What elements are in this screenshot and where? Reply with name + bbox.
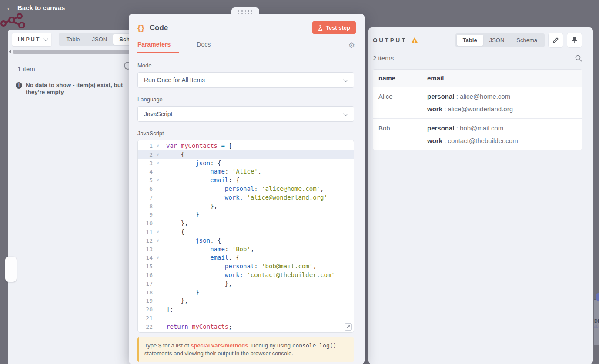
line-number: 21 [138,314,153,323]
pin-data-button[interactable] [567,33,582,48]
back-to-canvas-button[interactable]: ← Back to canvas [6,4,65,11]
mode-value: Run Once for All Items [144,77,205,83]
tab-json[interactable]: JSON [483,35,511,46]
tab-table[interactable]: Table [457,35,483,46]
code-text: }, [163,280,232,288]
tab-schema[interactable]: Schema [510,35,543,46]
mode-select[interactable]: Run Once for All Items [137,72,354,88]
modal-drag-handle[interactable] [231,7,259,23]
fold-gutter [153,202,163,211]
fold-gutter [153,271,163,280]
resize-icon [346,325,350,329]
line-number: 1 [138,142,153,150]
code-line[interactable]: 4 name: 'Alice', [138,167,354,176]
panel-collapse-handle[interactable] [5,257,17,282]
modal-tab-parameters[interactable]: Parameters [137,41,179,53]
code-line[interactable]: 11∨ { [138,228,354,237]
code-line[interactable]: 5∨ email: { [138,176,354,185]
node-label-line1: Dis [594,318,599,324]
code-line[interactable]: 16 work: 'contact@thebuilder.com' [138,271,354,280]
fold-chevron-icon[interactable]: ∨ [153,254,163,262]
chevron-down-icon [343,111,348,116]
code-text: var myContacts = [ [163,142,232,150]
code-line[interactable]: 17 }, [138,280,354,288]
code-line[interactable]: 3∨ json: { [138,159,354,168]
editor-hint-callout: Type $ for a list of special vars/method… [137,337,354,362]
code-line[interactable]: 20]; [138,305,354,314]
language-value: JavaScript [144,110,172,117]
fold-chevron-icon[interactable]: ∨ [153,176,163,185]
fold-chevron-icon[interactable]: ∨ [153,150,163,159]
fold-gutter [153,280,163,288]
code-line[interactable]: 14∨ email: { [138,254,354,262]
fold-gutter [153,288,163,297]
output-panel: OUTPUT TableJSONSchema 2 items name emai… [368,27,593,364]
fold-gutter [153,314,163,323]
input-empty-notice: i No data to show - item(s) exist, but t… [16,82,132,96]
special-vars-link[interactable]: special vars/methods [191,342,248,349]
code-line[interactable]: 8 }, [138,202,354,211]
modal-tab-docs[interactable]: Docs [197,41,211,53]
line-number: 2 [138,150,153,159]
table-row: Bobpersonal : bob@mail.comwork : contact… [373,118,582,150]
code-line[interactable]: 7 work: 'alice@wonderland.org' [138,194,354,202]
line-number: 19 [138,297,153,305]
fold-gutter [153,194,163,202]
fold-gutter [153,185,163,194]
code-editor[interactable]: 1∨var myContacts = [2∨ {3∨ json: {4 name… [137,140,354,333]
line-number: 16 [138,271,153,280]
fold-chevron-icon[interactable]: ∨ [153,237,163,245]
line-number: 22 [138,323,153,331]
email-entry: personal : alice@home.com [427,90,576,103]
cell-email: personal : alice@home.comwork : alice@wo… [422,87,582,118]
code-text: json: { [163,237,221,245]
code-editor-lines: 1∨var myContacts = [2∨ {3∨ json: {4 name… [138,142,354,331]
cell-name: Bob [373,119,422,150]
column-header-name: name [373,70,422,87]
code-text: { [163,228,184,237]
tab-table[interactable]: Table [60,34,86,45]
line-number: 4 [138,167,153,176]
code-text: email: { [163,176,240,185]
code-editor-label: JavaScript [137,130,354,137]
pin-icon [572,37,578,43]
fold-chevron-icon[interactable]: ∨ [153,228,163,237]
line-number: 8 [138,202,153,211]
back-arrow-icon: ← [6,4,13,11]
line-number: 11 [138,228,153,237]
input-source-dropdown[interactable]: INPUT [12,33,51,46]
fold-chevron-icon[interactable]: ∨ [153,159,163,168]
output-view-tabs: TableJSONSchema [455,33,545,47]
editor-resize-handle[interactable] [345,323,352,331]
hint-text: . Debug by using [248,342,292,349]
scrollbar-thumb[interactable] [13,50,135,54]
code-line[interactable]: 6 personal: 'alice@home.com', [138,185,354,194]
code-line[interactable]: 12∨ json: { [138,237,354,245]
code-line[interactable]: 22return myContacts; [138,323,354,331]
language-select[interactable]: JavaScript [137,106,354,122]
line-number: 18 [138,288,153,297]
code-line[interactable]: 9 } [138,210,354,219]
code-line[interactable]: 1∨var myContacts = [ [138,142,354,150]
code-node-icon: {} [137,23,145,33]
back-to-canvas-label: Back to canvas [17,4,65,11]
output-table-header: name email [373,70,582,87]
code-line[interactable]: 15 personal: 'bob@mail.com', [138,262,354,271]
hint-text: statements and viewing their output in t… [144,350,293,357]
search-icon[interactable] [575,55,582,62]
fold-gutter [153,245,163,254]
code-text: json: { [163,159,221,168]
gear-icon[interactable]: ⚙ [348,41,355,50]
code-line[interactable]: 18 } [138,288,354,297]
code-line[interactable]: 21 [138,314,354,323]
fold-chevron-icon[interactable]: ∨ [153,142,163,150]
tab-json[interactable]: JSON [86,34,114,45]
code-text: name: 'Alice', [163,167,261,176]
code-line[interactable]: 2∨ { [138,150,354,159]
code-line[interactable]: 13 name: 'Bob', [138,245,354,254]
code-line[interactable]: 10 }, [138,219,354,228]
edit-output-button[interactable] [548,33,563,48]
code-line[interactable]: 19 }, [138,297,354,305]
output-table: name email Alicepersonal : alice@home.co… [373,69,582,150]
test-step-button[interactable]: Test step [312,21,356,34]
